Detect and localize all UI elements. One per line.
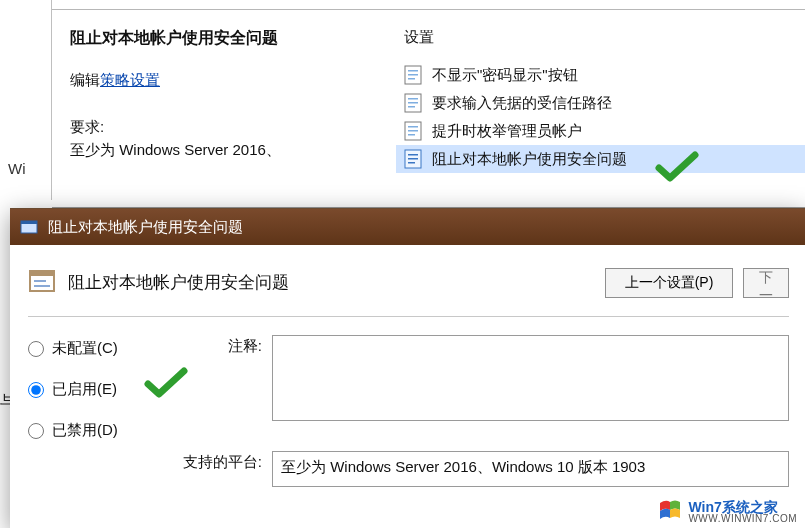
svg-rect-3	[408, 78, 415, 80]
radio-enabled[interactable]: 已启用(E)	[28, 380, 148, 399]
svg-rect-11	[408, 134, 415, 136]
svg-rect-20	[34, 280, 46, 282]
edit-policy-link[interactable]: 策略设置	[100, 71, 160, 88]
tree-pane: Wi	[0, 0, 52, 200]
dialog-window-icon	[20, 218, 38, 236]
svg-rect-14	[408, 158, 418, 160]
radio-group: 未配置(C) 已启用(E) 已禁用(D)	[28, 335, 148, 440]
annotation-check-icon	[144, 366, 188, 400]
svg-rect-13	[408, 154, 418, 156]
setting-label: 要求输入凭据的受信任路径	[432, 94, 612, 113]
prev-setting-button[interactable]: 上一个设置(P)	[605, 268, 733, 298]
supported-platform-label: 支持的平台:	[170, 451, 266, 472]
toolbar-strip	[52, 0, 805, 10]
policy-doc-icon	[404, 65, 422, 85]
watermark-url: WWW.WINWIN7.COM	[688, 514, 797, 524]
radio-enabled-input[interactable]	[28, 382, 44, 398]
dialog-title: 阻止对本地帐户使用安全问题	[48, 218, 243, 237]
policy-heading: 阻止对本地帐户使用安全问题	[70, 28, 376, 49]
radio-not-configured[interactable]: 未配置(C)	[28, 339, 148, 358]
svg-rect-5	[408, 98, 418, 100]
comment-textarea[interactable]	[272, 335, 789, 421]
watermark-logo-icon	[658, 499, 682, 524]
detail-pane: 阻止对本地帐户使用安全问题 编辑策略设置 要求: 至少为 Windows Ser…	[52, 0, 805, 208]
policy-doc-icon	[404, 149, 422, 169]
svg-rect-19	[30, 271, 54, 276]
annotation-check-icon	[655, 150, 699, 184]
policy-dialog: 阻止对本地帐户使用安全问题 阻止对本地帐户使用安全问题 上一个设置(P) 下一 …	[10, 208, 805, 528]
comment-label: 注释:	[170, 335, 266, 356]
edit-prefix: 编辑	[70, 71, 100, 88]
svg-rect-6	[408, 102, 418, 104]
svg-rect-1	[408, 70, 418, 72]
svg-rect-2	[408, 74, 418, 76]
dialog-heading-icon	[28, 267, 56, 298]
radio-disabled[interactable]: 已禁用(D)	[28, 421, 148, 440]
dialog-titlebar[interactable]: 阻止对本地帐户使用安全问题	[10, 209, 805, 245]
tree-fragment: Wi	[8, 160, 26, 177]
setting-label: 提升时枚举管理员帐户	[432, 122, 582, 141]
dialog-body: 阻止对本地帐户使用安全问题 上一个设置(P) 下一 未配置(C) 已启用(E)	[10, 245, 805, 487]
settings-header: 设置	[396, 28, 805, 47]
policy-description-panel: 阻止对本地帐户使用安全问题 编辑策略设置 要求: 至少为 Windows Ser…	[52, 10, 390, 208]
svg-rect-21	[34, 285, 50, 287]
radio-not-configured-input[interactable]	[28, 341, 44, 357]
dialog-heading: 阻止对本地帐户使用安全问题	[68, 271, 289, 294]
svg-rect-9	[408, 126, 418, 128]
svg-rect-15	[408, 162, 415, 164]
setting-item[interactable]: 不显示"密码显示"按钮	[396, 61, 805, 89]
setting-item[interactable]: 要求输入凭据的受信任路径	[396, 89, 805, 117]
radio-not-configured-label: 未配置(C)	[52, 339, 118, 358]
setting-label: 不显示"密码显示"按钮	[432, 66, 578, 85]
setting-label: 阻止对本地帐户使用安全问题	[432, 150, 627, 169]
next-setting-button[interactable]: 下一	[743, 268, 789, 298]
watermark-title: Win7系统之家	[688, 500, 797, 514]
radio-disabled-input[interactable]	[28, 423, 44, 439]
requirements-text: 至少为 Windows Server 2016、	[70, 141, 376, 160]
setting-item-selected[interactable]: 阻止对本地帐户使用安全问题	[396, 145, 805, 173]
radio-disabled-label: 已禁用(D)	[52, 421, 118, 440]
svg-rect-17	[21, 221, 37, 224]
dialog-separator	[28, 316, 789, 317]
policy-doc-icon	[404, 93, 422, 113]
edit-policy-line: 编辑策略设置	[70, 71, 376, 90]
svg-rect-7	[408, 106, 415, 108]
setting-item[interactable]: 提升时枚举管理员帐户	[396, 117, 805, 145]
policy-doc-icon	[404, 121, 422, 141]
svg-rect-10	[408, 130, 418, 132]
settings-list-panel: 设置 不显示"密码显示"按钮 要求输入凭据的受信任路径	[390, 10, 805, 208]
watermark: Win7系统之家 WWW.WINWIN7.COM	[652, 495, 805, 528]
requirements-label: 要求:	[70, 118, 376, 137]
supported-platform-box: 至少为 Windows Server 2016、Windows 10 版本 19…	[272, 451, 789, 487]
radio-enabled-label: 已启用(E)	[52, 380, 117, 399]
